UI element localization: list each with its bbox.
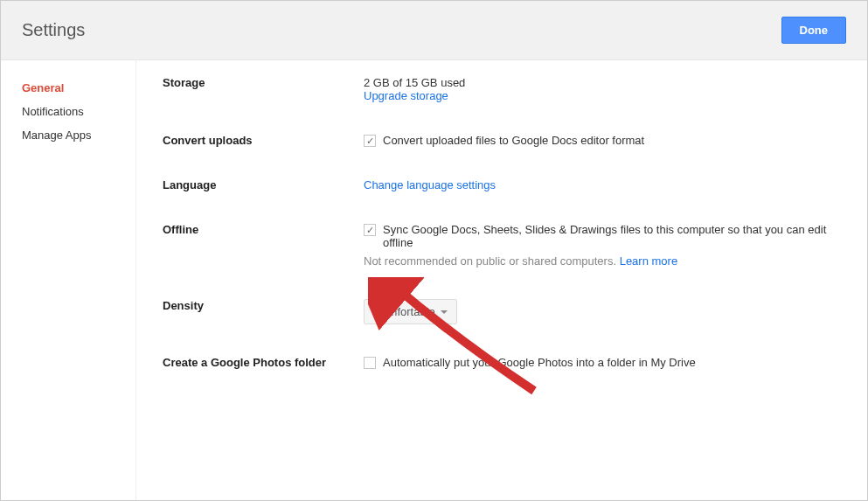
settings-main: Storage 2 GB of 15 GB used Upgrade stora… [136, 60, 867, 500]
photos-row: Create a Google Photos folder Automatica… [163, 356, 841, 369]
chevron-down-icon [441, 310, 448, 314]
photos-checkbox-label: Automatically put your Google Photos int… [383, 356, 696, 369]
sidebar-item-notifications[interactable]: Notifications [1, 100, 135, 123]
storage-status: 2 GB of 15 GB used [364, 76, 841, 89]
language-link[interactable]: Change language settings [364, 178, 496, 191]
density-row: Density Comfortable [163, 299, 841, 324]
sidebar-item-general[interactable]: General [1, 76, 135, 100]
convert-checkbox[interactable] [364, 135, 376, 147]
storage-label: Storage [163, 76, 364, 102]
settings-sidebar: General Notifications Manage Apps [1, 60, 136, 500]
offline-checkbox[interactable] [364, 224, 376, 236]
upgrade-storage-link[interactable]: Upgrade storage [364, 89, 448, 102]
settings-header: Settings Done [1, 1, 867, 60]
storage-row: Storage 2 GB of 15 GB used Upgrade stora… [163, 76, 841, 102]
density-label: Density [163, 299, 364, 324]
offline-subtext: Not recommended on public or shared comp… [364, 254, 620, 268]
page-title: Settings [22, 20, 85, 40]
convert-checkbox-label: Convert uploaded files to Google Docs ed… [383, 134, 644, 147]
done-button[interactable]: Done [781, 17, 847, 44]
offline-learn-more-link[interactable]: Learn more [620, 254, 677, 268]
offline-label: Offline [163, 223, 364, 268]
convert-row: Convert uploads Convert uploaded files t… [163, 134, 841, 147]
convert-label: Convert uploads [163, 134, 364, 147]
photos-label: Create a Google Photos folder [163, 356, 364, 369]
density-value: Comfortable [373, 305, 435, 318]
offline-row: Offline Sync Google Docs, Sheets, Slides… [163, 223, 841, 268]
language-label: Language [163, 178, 364, 191]
photos-checkbox[interactable] [364, 357, 376, 369]
language-row: Language Change language settings [163, 178, 841, 191]
offline-checkbox-label: Sync Google Docs, Sheets, Slides & Drawi… [383, 223, 841, 249]
sidebar-item-manage-apps[interactable]: Manage Apps [1, 123, 135, 147]
annotation-arrow-icon [368, 277, 543, 400]
density-dropdown[interactable]: Comfortable [364, 299, 457, 324]
